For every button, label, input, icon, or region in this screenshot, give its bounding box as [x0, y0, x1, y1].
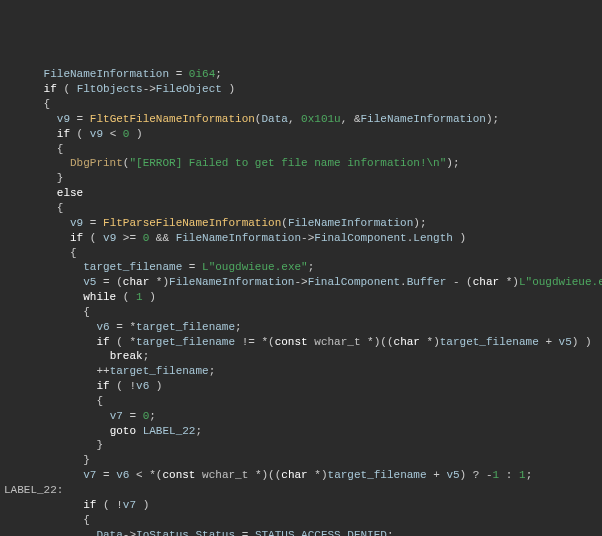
code-line[interactable]: goto LABEL_22; [4, 424, 602, 439]
token-op: ++ [96, 365, 109, 377]
token-op: ( [116, 291, 136, 303]
code-line[interactable]: v9 = FltGetFileNameInformation(Data, 0x1… [4, 112, 602, 127]
token-num: 0i64 [189, 68, 215, 80]
token-op: - ( [446, 276, 472, 288]
code-line[interactable]: else [4, 186, 602, 201]
token-op: *) [499, 276, 519, 288]
token-op: -> [123, 529, 136, 536]
token-op [136, 425, 143, 437]
code-line[interactable]: v7 = 0; [4, 409, 602, 424]
token-gv: v6 [116, 469, 129, 481]
token-op: ( ! [96, 499, 122, 511]
token-gv: v9 [70, 217, 83, 229]
code-line[interactable]: if ( *target_filename != *(const wchar_t… [4, 335, 602, 350]
code-line[interactable]: DbgPrint("[ERROR] Failed to get file nam… [4, 156, 602, 171]
code-line[interactable]: target_filename = L"ougdwieue.exe"; [4, 260, 602, 275]
token-op: { [83, 514, 90, 526]
token-op: = [70, 113, 90, 125]
token-gv: target_filename [328, 469, 427, 481]
token-num: 0x101u [301, 113, 341, 125]
token-op: ); [413, 217, 426, 229]
token-op: } [96, 439, 103, 451]
token-op: { [57, 143, 64, 155]
code-line[interactable]: v7 = v6 < *(const wchar_t *)((char *)tar… [4, 468, 602, 483]
token-op: ) [136, 499, 149, 511]
token-kw: const [275, 336, 308, 348]
token-op: , & [341, 113, 361, 125]
code-line[interactable]: v5 = (char *)FileNameInformation->FinalC… [4, 275, 602, 290]
code-line[interactable]: v9 = FltParseFileNameInformation(FileNam… [4, 216, 602, 231]
token-gv: FltObjects [77, 83, 143, 95]
token-op: ; [195, 425, 202, 437]
code-line[interactable]: { [4, 513, 602, 528]
token-op: ; [235, 321, 242, 333]
code-line[interactable]: if ( FltObjects->FileObject ) [4, 82, 602, 97]
code-line[interactable]: FileNameInformation = 0i64; [4, 67, 602, 82]
token-gv: v7 [83, 469, 96, 481]
token-kw: char [123, 276, 149, 288]
token-op: ) [453, 232, 466, 244]
code-line[interactable]: while ( 1 ) [4, 290, 602, 305]
code-line[interactable]: } [4, 438, 602, 453]
code-line[interactable]: { [4, 305, 602, 320]
token-gv: v6 [96, 321, 109, 333]
token-op: -> [294, 276, 307, 288]
token-op: } [83, 454, 90, 466]
token-op: . [400, 276, 407, 288]
code-line[interactable]: { [4, 142, 602, 157]
code-line[interactable]: LABEL_22: [4, 483, 602, 498]
token-kw: else [57, 187, 83, 199]
token-op: ( [57, 83, 77, 95]
code-line[interactable]: if ( !v6 ) [4, 379, 602, 394]
token-fncall: DbgPrint [70, 157, 123, 169]
code-line[interactable]: if ( v9 >= 0 && FileNameInformation->Fin… [4, 231, 602, 246]
token-op: && [149, 232, 175, 244]
token-member: Length [413, 232, 453, 244]
token-op: ); [446, 157, 459, 169]
token-num: 1 [519, 469, 526, 481]
code-line[interactable]: { [4, 97, 602, 112]
code-line[interactable]: Data->IoStatus.Status = STATUS_ACCESS_DE… [4, 528, 602, 536]
token-op: = [235, 529, 255, 536]
token-op: ; [143, 350, 150, 362]
token-member: Buffer [407, 276, 447, 288]
token-kw: break [110, 350, 143, 362]
code-line[interactable]: { [4, 394, 602, 409]
code-decompiler-view[interactable]: FileNameInformation = 0i64; if ( FltObje… [4, 67, 602, 536]
token-kw: if [44, 83, 57, 95]
token-op: ) [222, 83, 235, 95]
token-gconst: STATUS_ACCESS_DENIED [255, 529, 387, 536]
code-line[interactable]: v6 = *target_filename; [4, 320, 602, 335]
token-gv: v5 [559, 336, 572, 348]
token-fn: FltParseFileNameInformation [103, 217, 281, 229]
token-gv: v9 [103, 232, 116, 244]
token-kw: char [473, 276, 499, 288]
token-op: < *( [129, 469, 162, 481]
code-line[interactable]: { [4, 246, 602, 261]
token-op: ) ? - [460, 469, 493, 481]
token-num: 1 [136, 291, 143, 303]
code-line[interactable]: } [4, 171, 602, 186]
token-op: = ( [96, 276, 122, 288]
token-gv: LABEL_22 [143, 425, 196, 437]
token-op: *) [308, 469, 328, 481]
token-member: IoStatus [136, 529, 189, 536]
token-member: Status [195, 529, 235, 536]
token-type: wchar_t [202, 469, 248, 481]
code-line[interactable]: break; [4, 349, 602, 364]
token-op: ( [83, 232, 103, 244]
token-op: ( * [110, 336, 136, 348]
code-line[interactable]: } [4, 453, 602, 468]
code-line[interactable]: ++target_filename; [4, 364, 602, 379]
token-op: = [182, 261, 202, 273]
token-op: ; [149, 410, 156, 422]
code-line[interactable]: if ( v9 < 0 ) [4, 127, 602, 142]
token-kw: goto [110, 425, 136, 437]
token-gv: FileNameInformation [176, 232, 301, 244]
token-op: ; [308, 261, 315, 273]
code-line[interactable]: { [4, 201, 602, 216]
token-kw: if [83, 499, 96, 511]
token-label: LABEL_22: [4, 484, 63, 496]
token-member: FileObject [156, 83, 222, 95]
code-line[interactable]: if ( !v7 ) [4, 498, 602, 513]
